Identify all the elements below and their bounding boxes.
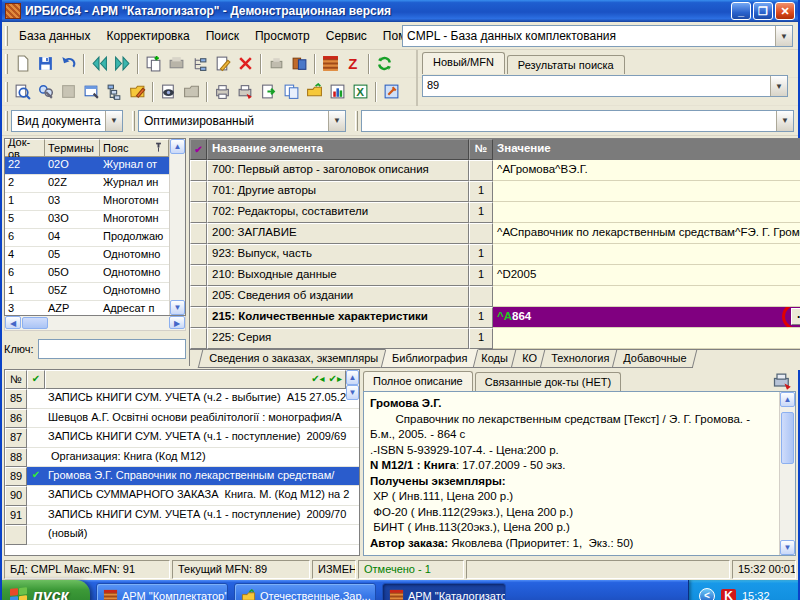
scroll-up-icon[interactable]: ▲ bbox=[170, 139, 185, 154]
field-row[interactable]: 701: Другие авторы1 bbox=[190, 181, 800, 202]
field-value[interactable]: ^D2005 bbox=[493, 265, 800, 286]
record-check[interactable] bbox=[27, 486, 45, 505]
field-value[interactable]: ^АГромова^ВЭ.Г. bbox=[493, 160, 800, 181]
check-icon[interactable]: ✔ bbox=[27, 370, 45, 389]
field-edit-ellipsis-button[interactable]: ... bbox=[791, 308, 800, 325]
scroll-up-icon[interactable]: ▲ bbox=[346, 370, 359, 385]
folder-gray-icon[interactable] bbox=[180, 80, 203, 103]
key-input[interactable] bbox=[38, 339, 186, 359]
chevron-down-icon[interactable]: ▼ bbox=[775, 26, 792, 46]
scroll-right-icon[interactable]: ▶ bbox=[169, 316, 185, 329]
folder-edit-icon[interactable] bbox=[126, 80, 149, 103]
export-doc-icon[interactable] bbox=[257, 80, 280, 103]
menu-item-сервис[interactable]: Сервис bbox=[318, 26, 375, 46]
terms-col-count[interactable]: Док-ов bbox=[5, 139, 45, 157]
scroll-down-icon[interactable]: ▼ bbox=[780, 540, 795, 555]
field-row[interactable]: 210: Выходные данные1^D2005 bbox=[190, 265, 800, 286]
field-row-selector[interactable] bbox=[190, 244, 207, 265]
field-row[interactable]: 205: Сведения об издании bbox=[190, 286, 800, 307]
print-card-icon[interactable] bbox=[165, 52, 188, 75]
field-value[interactable]: ^A864... bbox=[493, 307, 800, 328]
search-global-icon[interactable] bbox=[34, 80, 57, 103]
doc-view-select[interactable]: Вид документа ▼ bbox=[11, 110, 123, 132]
fields-col-value[interactable]: Значение bbox=[493, 139, 800, 160]
disabled-box-icon[interactable] bbox=[57, 80, 80, 103]
field-value[interactable]: ^АСправочник по лекарственным средствам^… bbox=[493, 223, 800, 244]
chevron-down-icon[interactable]: ▼ bbox=[776, 111, 793, 131]
format-select[interactable]: Оптимизированный ▼ bbox=[138, 110, 346, 132]
record-row[interactable]: 87ЗАПИСЬ КНИГИ СУМ. УЧЕТА (ч.1 - поступл… bbox=[5, 428, 359, 447]
worksheet-tab[interactable]: Библиография bbox=[381, 349, 479, 368]
chevron-down-icon[interactable]: ▼ bbox=[770, 76, 787, 96]
copy-record-icon[interactable] bbox=[142, 52, 165, 75]
new-document-icon[interactable] bbox=[11, 52, 34, 75]
field-row-selector[interactable] bbox=[190, 202, 207, 223]
save-icon[interactable] bbox=[34, 52, 57, 75]
record-check[interactable] bbox=[27, 525, 45, 544]
copy-docs-icon[interactable] bbox=[280, 80, 303, 103]
print-icon[interactable] bbox=[211, 80, 234, 103]
chevron-down-icon[interactable]: ▼ bbox=[105, 111, 122, 131]
record-check[interactable] bbox=[27, 389, 45, 408]
record-check[interactable]: ✔ bbox=[27, 467, 45, 486]
tray-collapse-icon[interactable]: < bbox=[699, 588, 715, 600]
field-row-selector[interactable] bbox=[190, 160, 207, 181]
scrollbar-thumb[interactable] bbox=[781, 412, 794, 464]
scroll-up-icon[interactable]: ▲ bbox=[780, 392, 795, 407]
description-scrollbar[interactable]: ▲ ▼ bbox=[779, 392, 795, 555]
check-all-icon[interactable]: ✔◂ bbox=[311, 373, 324, 384]
record-row[interactable]: 89✔Громова Э.Г. Справочник по лекарствен… bbox=[5, 467, 359, 486]
terms-row[interactable]: 103Многотомн bbox=[5, 193, 169, 211]
taskbar-button[interactable]: АРМ "Комплектатор" bbox=[96, 583, 228, 600]
book-stack-icon[interactable] bbox=[288, 52, 311, 75]
field-row[interactable]: 225: Серия1 bbox=[190, 328, 800, 349]
records-scrollbar[interactable]: ▲▼ bbox=[346, 370, 359, 389]
z3950-icon[interactable]: Z bbox=[342, 52, 365, 75]
edit-record-icon[interactable] bbox=[211, 52, 234, 75]
record-row[interactable]: 85ЗАПИСЬ КНИГИ СУМ. УЧЕТА (ч.2 - выбытие… bbox=[5, 389, 359, 408]
next-record-icon[interactable] bbox=[111, 52, 134, 75]
taskbar-button[interactable]: АРМ "Каталогизато... bbox=[382, 583, 506, 600]
field-row[interactable]: 200: ЗАГЛАВИЕ^АСправочник по лекарственн… bbox=[190, 223, 800, 244]
terms-row[interactable]: 405Однотомно bbox=[5, 247, 169, 265]
fields-col-name[interactable]: Название элемента bbox=[207, 139, 469, 160]
scrollbar-thumb[interactable] bbox=[22, 317, 48, 329]
terms-row[interactable]: 3AZPАдресат п bbox=[5, 301, 169, 315]
record-nav-tab[interactable]: Результаты поиска bbox=[507, 55, 625, 74]
menu-item-база[interactable]: База данных bbox=[11, 26, 98, 46]
window-view-icon[interactable] bbox=[80, 80, 103, 103]
undo-icon[interactable] bbox=[57, 52, 80, 75]
mfn-combo[interactable]: 89 ▼ bbox=[422, 75, 788, 97]
worksheet-tree-icon[interactable] bbox=[188, 52, 211, 75]
extra-select[interactable]: ▼ bbox=[361, 110, 794, 132]
field-value[interactable] bbox=[493, 202, 800, 223]
minimize-button[interactable]: _ bbox=[731, 2, 751, 20]
terms-row[interactable]: 605OОднотомно bbox=[5, 265, 169, 283]
record-check[interactable] bbox=[27, 428, 45, 447]
record-nav-tab[interactable]: Новый/MFN bbox=[422, 52, 505, 74]
record-check[interactable] bbox=[27, 506, 45, 525]
record-check[interactable] bbox=[27, 409, 45, 428]
scroll-down-icon[interactable]: ▼ bbox=[170, 300, 185, 315]
field-value[interactable] bbox=[493, 286, 800, 307]
terms-row[interactable]: 604Продолжаю bbox=[5, 229, 169, 247]
terms-col-desc[interactable]: Пояс bbox=[100, 139, 169, 157]
search-view-icon[interactable] bbox=[11, 80, 34, 103]
chevron-down-icon[interactable]: ▼ bbox=[328, 111, 345, 131]
field-row-selector[interactable] bbox=[190, 223, 207, 244]
field-row-selector[interactable] bbox=[190, 328, 207, 349]
worksheet-tab[interactable]: Сведения о заказах, экземпляры bbox=[198, 350, 389, 368]
field-row-selector[interactable] bbox=[190, 307, 207, 328]
terms-row[interactable]: 2202OЖурнал от bbox=[5, 157, 169, 175]
record-row[interactable]: 91ЗАПИСЬ КНИГИ СУМ. УЧЕТА (ч.1 - поступл… bbox=[5, 506, 359, 525]
taskbar-button[interactable]: Отечественные,Зар... bbox=[234, 583, 376, 600]
maximize-button[interactable]: ❐ bbox=[753, 2, 773, 20]
tools-icon[interactable] bbox=[380, 80, 403, 103]
close-button[interactable]: ✕ bbox=[775, 2, 795, 20]
field-row[interactable]: 923: Выпуск, часть1 bbox=[190, 244, 800, 265]
terms-row[interactable]: 105ZОднотомно bbox=[5, 283, 169, 301]
excel-icon[interactable]: X bbox=[349, 80, 372, 103]
irbis-logo-icon[interactable] bbox=[319, 52, 342, 75]
field-row-selector[interactable] bbox=[190, 181, 207, 202]
field-value[interactable] bbox=[493, 181, 800, 202]
